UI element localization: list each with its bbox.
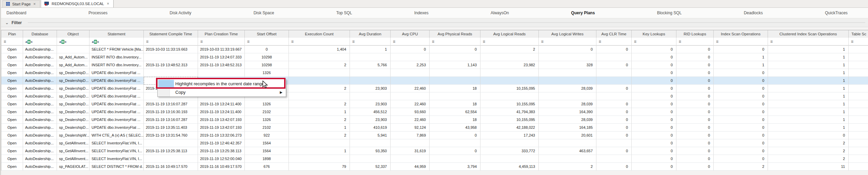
grid-cell[interactable]: 2019-10-03 11:33:19.667 <box>198 46 245 53</box>
grid-cell[interactable] <box>289 69 350 77</box>
column-header[interactable]: Avg CLR Time <box>596 30 632 38</box>
grid-cell[interactable]: 0 <box>632 132 676 139</box>
grid-cell[interactable]: 1 <box>350 46 391 53</box>
grid-cell[interactable]: 0 <box>596 61 632 69</box>
filter-cell[interactable]: = <box>289 38 350 46</box>
grid-cell[interactable]: AutoDealership... <box>23 163 57 171</box>
grid-cell[interactable]: 0 <box>714 85 768 92</box>
grid-cell[interactable]: 0 <box>714 69 768 77</box>
grid-cell[interactable]: Open <box>1 147 23 155</box>
grid-cell[interactable] <box>849 132 868 139</box>
grid-cell[interactable]: UPDATE dbo.InventoryFlat ... <box>90 116 144 124</box>
grid-cell[interactable]: 0 <box>430 147 480 155</box>
grid-cell[interactable]: sp_DealershipD... <box>57 92 90 100</box>
grid-cell[interactable]: 1 <box>768 100 849 108</box>
grid-cell[interactable]: 1 <box>714 61 768 69</box>
grid-cell[interactable] <box>198 69 245 77</box>
grid-cell[interactable]: 1564 <box>245 139 289 147</box>
grid-cell[interactable]: 0 <box>676 53 714 61</box>
column-header[interactable]: Avg Physical Reads <box>430 30 480 38</box>
grid-cell[interactable]: 164,390 <box>539 108 596 116</box>
menu-item-copy[interactable]: Copy▶ <box>158 88 286 97</box>
nav-item-quicktraces[interactable]: QuickTraces <box>825 11 848 15</box>
grid-cell[interactable]: 0 <box>714 108 768 116</box>
table-row[interactable]: OpenAutoDealership...sp_DealershipD...UP… <box>1 77 868 85</box>
grid-cell[interactable] <box>849 155 868 163</box>
filter-cell[interactable]: = <box>596 38 632 46</box>
grid-cell[interactable] <box>849 77 868 85</box>
grid-cell[interactable]: SELECT * FROM Vehicle.[Ma... <box>90 46 144 53</box>
grid-cell[interactable]: 1326 <box>245 116 289 124</box>
filter-cell[interactable]: = <box>245 38 289 46</box>
grid-cell[interactable]: 44,959 <box>391 163 430 171</box>
grid-cell[interactable]: 463,657 <box>539 147 596 155</box>
filter-cell[interactable]: = <box>1 38 23 46</box>
grid-cell[interactable]: 2019-11-19 13:24:11.400 <box>198 108 245 116</box>
grid-cell[interactable]: 31,619 <box>391 147 430 155</box>
grid-cell[interactable]: Open <box>1 139 23 147</box>
grid-cell[interactable]: 410,619 <box>350 124 391 132</box>
grid-cell[interactable]: 0 <box>676 139 714 147</box>
table-row[interactable]: OpenAutoDealership...sp_DealershipD...UP… <box>1 85 868 92</box>
grid-cell[interactable] <box>350 155 391 163</box>
grid-cell[interactable]: 18 <box>430 85 480 92</box>
grid-cell[interactable]: 2019-11-19 13:16:07.287 <box>144 100 198 108</box>
grid-cell[interactable] <box>430 139 480 147</box>
grid-cell[interactable]: 43,958 <box>430 124 480 132</box>
grid-cell[interactable]: 79 <box>289 163 350 171</box>
filter-cell[interactable]: = <box>430 38 480 46</box>
grid-cell[interactable] <box>350 53 391 61</box>
filter-band[interactable]: ⌄ Filter <box>1 18 868 27</box>
grid-cell[interactable] <box>289 53 350 61</box>
grid-cell[interactable]: 2 <box>768 147 849 155</box>
grid-cell[interactable]: 0 <box>714 46 768 53</box>
grid-cell[interactable]: Open <box>1 155 23 163</box>
grid-cell[interactable]: 0 <box>632 163 676 171</box>
filter-cell[interactable]: = <box>714 38 768 46</box>
grid-cell[interactable] <box>430 69 480 77</box>
column-header[interactable]: Clustered Index Scan Operations <box>768 30 849 38</box>
grid-cell[interactable]: 1,404 <box>289 46 350 53</box>
grid-cell[interactable] <box>480 92 539 100</box>
grid-cell[interactable]: AutoDealership... <box>23 132 57 139</box>
grid-cell[interactable]: 52,337 <box>350 163 391 171</box>
grid-cell[interactable]: 23,982 <box>480 61 539 69</box>
table-row[interactable]: OpenAutoDealership...sp_DealershipW...WI… <box>1 132 868 139</box>
filter-cell[interactable]: = <box>198 38 245 46</box>
column-header[interactable]: RID Lookups <box>676 30 714 38</box>
grid-cell[interactable]: Open <box>1 85 23 92</box>
grid-cell[interactable]: 10298 <box>245 53 289 61</box>
grid-cell[interactable] <box>391 77 430 85</box>
column-header[interactable]: Avg Duration <box>350 30 391 38</box>
grid-cell[interactable] <box>596 139 632 147</box>
grid-cell[interactable] <box>480 139 539 147</box>
grid-cell[interactable]: 10,155,095 <box>480 85 539 92</box>
grid-cell[interactable] <box>849 46 868 53</box>
grid-cell[interactable]: 1564 <box>245 147 289 155</box>
grid-cell[interactable]: AutoDealership... <box>23 139 57 147</box>
grid-cell[interactable]: 0 <box>596 124 632 132</box>
grid-cell[interactable]: SELECT InventoryFlat.VIN, I... <box>90 155 144 163</box>
grid-cell[interactable]: SELECT DISTINCT * FROM d... <box>90 163 144 171</box>
grid-cell[interactable]: 1 <box>768 53 849 61</box>
grid-cell[interactable] <box>289 77 350 85</box>
grid-cell[interactable]: 2019-11-19 13:48:52.313 <box>198 61 245 69</box>
grid-cell[interactable]: 0 <box>632 85 676 92</box>
grid-cell[interactable]: AutoDealership... <box>23 77 57 85</box>
grid-cell[interactable] <box>849 100 868 108</box>
grid-cell[interactable] <box>849 124 868 132</box>
filter-cell[interactable]: = <box>539 38 596 46</box>
nav-item-deadlocks[interactable]: Deadlocks <box>744 11 763 15</box>
grid-cell[interactable]: Open <box>1 108 23 116</box>
table-row[interactable]: OpenAutoDealership...sp_GetAllInvent...S… <box>1 155 868 163</box>
column-header[interactable]: Key Lookups <box>632 30 676 38</box>
grid-cell[interactable]: sp_Add_Autom... <box>57 61 90 69</box>
grid-cell[interactable]: Open <box>1 92 23 100</box>
grid-cell[interactable]: 0 <box>632 155 676 163</box>
grid-cell[interactable] <box>144 69 198 77</box>
grid-cell[interactable]: 2 <box>289 100 350 108</box>
grid-cell[interactable]: 11 <box>768 163 849 171</box>
grid-cell[interactable]: 2 <box>539 163 596 171</box>
grid-cell[interactable]: UPDATE dbo.InventoryFlat ... <box>90 69 144 77</box>
grid-cell[interactable]: 0 <box>714 77 768 85</box>
